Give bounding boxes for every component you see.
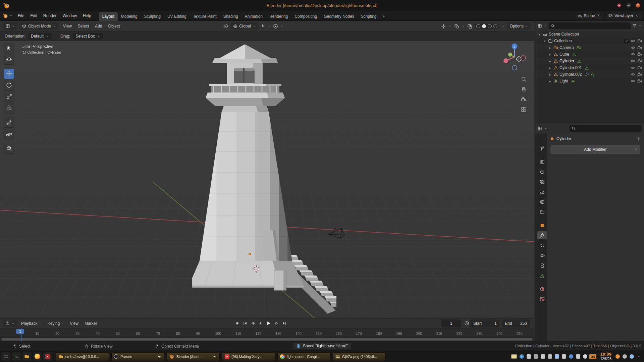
frame-tick[interactable]: 220 — [457, 331, 463, 336]
taskbar-window-lighthouse-[interactable]: lighthouse - Googl... — [277, 352, 330, 361]
mode-dropdown[interactable]: Object Mode — [19, 22, 59, 30]
properties-tab-view-layer[interactable] — [537, 178, 547, 186]
properties-tab-constraints[interactable] — [537, 261, 547, 269]
pin-icon[interactable] — [637, 137, 641, 141]
outliner-item-label[interactable]: Light — [559, 79, 568, 83]
close-button[interactable] — [635, 3, 641, 8]
next-keyframe-button[interactable] — [274, 321, 279, 326]
taskbar-window--98-making-[interactable]: (98) Making Xaryu... — [222, 352, 275, 361]
shading-options-chevron-icon[interactable] — [501, 24, 505, 28]
viewport-menu-object[interactable]: Object — [105, 22, 123, 30]
properties-tab-output[interactable] — [537, 168, 547, 176]
outliner-item-label[interactable]: Scene Collection — [549, 32, 579, 37]
timeline-track[interactable] — [0, 337, 534, 342]
outliner-row-cylinder[interactable]: ▸Cylinder — [535, 58, 644, 64]
keyboard-layout-indicator[interactable]: us — [589, 354, 596, 359]
minimize-button[interactable] — [626, 3, 631, 8]
unlink-viewlayer-icon[interactable] — [635, 14, 639, 17]
show-gizmo-icon[interactable] — [441, 24, 446, 29]
editor-type-button[interactable] — [3, 22, 18, 30]
menu-file[interactable]: File — [15, 12, 27, 19]
window-shade-button[interactable] — [616, 3, 622, 8]
workspace-tab-animation[interactable]: Animation — [241, 12, 266, 21]
workspace-tab-geometry-nodes[interactable]: Geometry Nodes — [320, 12, 358, 21]
workspace-tab-shading[interactable]: Shading — [220, 12, 241, 21]
tray-info[interactable]: i — [520, 354, 524, 359]
frame-tick[interactable]: 180 — [376, 331, 382, 336]
pivot-point-icon[interactable] — [223, 24, 228, 29]
camera-visibility-icon[interactable] — [637, 45, 642, 50]
camera-visibility-icon[interactable] — [637, 79, 642, 83]
ortho-toggle-icon[interactable] — [521, 107, 527, 112]
frame-tick[interactable]: 140 — [296, 331, 302, 336]
snap-options-chevron-icon[interactable] — [268, 24, 271, 28]
workspace-tab-texture-paint[interactable]: Texture Paint — [190, 12, 220, 21]
drag-setting-dropdown[interactable]: Select Box — [73, 33, 103, 40]
tray-display[interactable] — [555, 354, 559, 359]
disclosure-toggle[interactable]: ▸ — [548, 46, 552, 50]
tool-annotate-button[interactable] — [4, 117, 14, 127]
timeline-menu-playback[interactable]: Playback — [18, 320, 45, 327]
viewlayer-selector[interactable]: ViewLayer — [606, 12, 641, 19]
frame-tick[interactable]: 190 — [396, 331, 402, 336]
scene-selector[interactable]: Scene — [575, 12, 603, 19]
timeline-ruler[interactable]: 1020304050607080901001101201301401501601… — [0, 328, 534, 337]
snap-toggle-icon[interactable] — [261, 24, 266, 29]
app-menu-button[interactable] — [3, 13, 13, 18]
eye-icon[interactable] — [631, 65, 635, 70]
properties-tab-world[interactable] — [537, 198, 547, 206]
properties-tab-modifiers[interactable] — [537, 231, 547, 239]
outliner-item-label[interactable]: Cube — [559, 52, 569, 57]
outliner-item-label[interactable]: Camera — [559, 45, 574, 50]
menu-window[interactable]: Window — [59, 12, 80, 19]
eye-icon[interactable] — [631, 39, 635, 43]
chevron-down-icon[interactable] — [544, 24, 547, 27]
shading-material-icon[interactable] — [488, 24, 492, 28]
frame-tick[interactable]: 90 — [196, 331, 200, 336]
gizmo-y-negative[interactable] — [517, 57, 521, 61]
properties-tab-object[interactable] — [537, 221, 547, 229]
timeline-editor-type-button[interactable] — [3, 319, 17, 327]
outliner-row-cylinder-001[interactable]: ▸Cylinder.001 — [535, 64, 644, 71]
camera-visibility-icon[interactable] — [637, 72, 642, 77]
workspace-tab-layout[interactable]: Layout — [99, 12, 118, 21]
breadcrumb-object-name[interactable]: Cylinder — [556, 136, 571, 141]
tray-screenshot[interactable] — [534, 354, 538, 359]
frame-start-field[interactable]: Start 1 — [470, 319, 500, 327]
outliner-row-cylinder-002[interactable]: ▸Cylinder.002 — [535, 71, 644, 78]
tray-messages[interactable] — [615, 354, 620, 359]
camera-visibility-icon[interactable] — [637, 59, 642, 63]
properties-tab-material[interactable] — [537, 285, 547, 293]
frame-tick[interactable]: 150 — [316, 331, 322, 336]
frame-tick[interactable]: 230 — [476, 331, 482, 336]
eye-icon[interactable] — [631, 59, 635, 63]
frame-tick[interactable]: 20 — [55, 331, 59, 336]
tray-network[interactable] — [562, 354, 566, 359]
outliner-row-light[interactable]: ▸Light — [535, 78, 644, 84]
eye-icon[interactable] — [631, 45, 635, 50]
taskbar-window-parsec[interactable]: Parsec — [111, 352, 164, 361]
frame-tick[interactable]: 70 — [156, 331, 160, 336]
properties-tab-render[interactable] — [537, 158, 547, 166]
frame-tick[interactable]: 60 — [136, 331, 140, 336]
frame-tick[interactable]: 160 — [336, 331, 342, 336]
tool-scale-button[interactable] — [4, 92, 14, 102]
launcher-app-menu[interactable] — [2, 352, 10, 361]
gizmo-x-axis[interactable] — [503, 58, 508, 63]
camera-visibility-icon[interactable] — [637, 65, 642, 70]
properties-tab-particles[interactable] — [537, 241, 547, 249]
workspace-tab-modeling[interactable]: Modeling — [118, 12, 141, 21]
navigation-gizmo[interactable]: Z — [499, 42, 530, 72]
frame-tick[interactable]: 10 — [36, 331, 40, 336]
tray-settings[interactable] — [623, 354, 627, 359]
pan-hand-icon[interactable] — [521, 86, 527, 92]
filter-icon[interactable] — [632, 24, 637, 28]
tray-bluetooth[interactable] — [569, 354, 573, 359]
launcher-firefox[interactable] — [33, 352, 42, 361]
outliner-row-cube[interactable]: ▸Cube — [535, 51, 644, 58]
gizmo-x-negative[interactable] — [521, 56, 526, 60]
taskbar-window-blender-ho[interactable]: Blender [/hom... — [167, 352, 220, 361]
timeline-menu-marker[interactable]: Marker — [82, 320, 100, 327]
frame-end-field[interactable]: End 250 — [502, 319, 530, 327]
frame-tick[interactable]: 210 — [436, 331, 442, 336]
